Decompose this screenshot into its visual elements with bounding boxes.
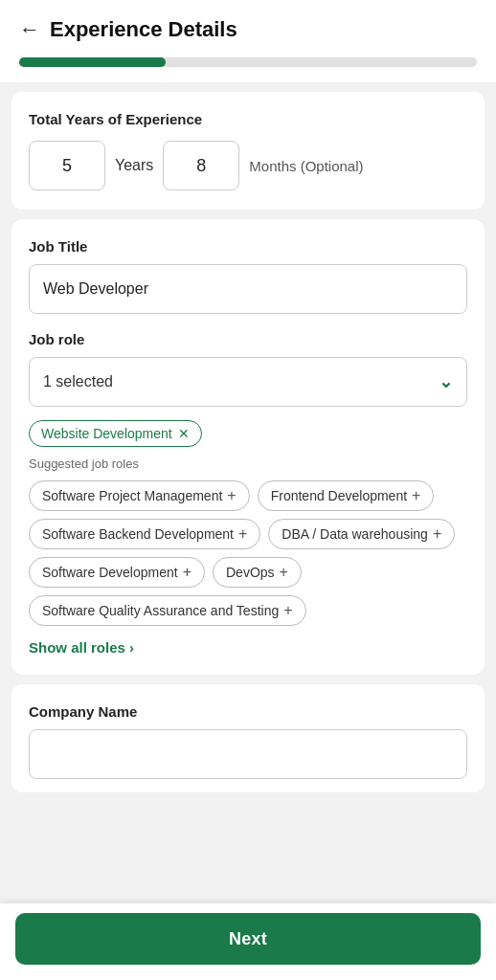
plus-icon: + <box>412 487 420 504</box>
suggestion-sqat-text: Software Quality Assurance and Testing <box>42 603 279 618</box>
job-title-input[interactable] <box>29 264 467 314</box>
progress-bar-fill <box>19 57 166 67</box>
bottom-bar: Next <box>0 903 496 980</box>
header: ← Experience Details <box>0 0 496 52</box>
years-input[interactable] <box>29 141 105 190</box>
suggested-label: Suggested job roles <box>29 457 467 471</box>
suggestion-sbd-text: Software Backend Development <box>42 526 234 542</box>
plus-icon: + <box>280 564 288 581</box>
suggestion-dba[interactable]: DBA / Data warehousing + <box>268 519 455 549</box>
selected-tag-text: Website Development <box>41 426 172 441</box>
suggestion-devops-text: DevOps <box>226 565 275 580</box>
page-title: Experience Details <box>50 17 237 42</box>
years-unit-label: Years <box>115 157 153 174</box>
suggestion-sqat[interactable]: Software Quality Assurance and Testing + <box>29 595 306 626</box>
suggestion-spm-text: Software Project Management <box>42 488 222 503</box>
company-card: Company Name <box>11 684 485 792</box>
plus-icon: + <box>283 602 292 619</box>
plus-icon: + <box>238 525 247 543</box>
suggestion-devops[interactable]: DevOps + <box>213 557 302 588</box>
plus-icon: + <box>183 564 192 581</box>
job-role-label: Job role <box>29 331 467 347</box>
plus-icon: + <box>227 487 236 504</box>
months-input[interactable] <box>163 141 239 190</box>
suggestion-sd-text: Software Development <box>42 565 178 580</box>
months-unit-label: Months (Optional) <box>249 158 363 174</box>
experience-card: Total Years of Experience Years Months (… <box>11 92 485 210</box>
progress-bar-container <box>0 52 496 82</box>
next-button[interactable]: Next <box>15 913 481 965</box>
suggestion-sbd[interactable]: Software Backend Development + <box>29 519 260 549</box>
chevron-down-icon: ⌄ <box>439 371 453 392</box>
years-row: Years Months (Optional) <box>29 141 467 190</box>
company-name-input[interactable] <box>29 729 467 779</box>
suggestion-dba-text: DBA / Data warehousing <box>282 526 428 542</box>
remove-tag-icon[interactable]: ✕ <box>178 426 190 441</box>
company-name-label: Company Name <box>29 703 467 720</box>
job-role-dropdown[interactable]: 1 selected ⌄ <box>29 357 467 407</box>
show-all-roles-text: Show all roles › <box>29 639 134 656</box>
selected-tags-area: Website Development ✕ <box>29 420 467 447</box>
job-title-label: Job Title <box>29 238 467 255</box>
plus-icon: + <box>433 525 441 543</box>
show-all-roles-link[interactable]: Show all roles › <box>29 639 467 656</box>
suggestion-fe[interactable]: Frontend Development + <box>258 480 435 511</box>
experience-section-label: Total Years of Experience <box>29 111 467 127</box>
back-button[interactable]: ← <box>19 17 40 42</box>
suggestions-area: Software Project Management + Frontend D… <box>29 480 467 626</box>
suggestion-sd[interactable]: Software Development + <box>29 557 205 588</box>
progress-bar-track <box>19 57 477 67</box>
suggestion-fe-text: Frontend Development <box>271 488 407 503</box>
selected-tag-website-development[interactable]: Website Development ✕ <box>29 420 202 447</box>
suggestion-spm[interactable]: Software Project Management + <box>29 480 250 511</box>
job-role-selected-text: 1 selected <box>43 373 113 390</box>
job-card: Job Title Job role 1 selected ⌄ Website … <box>11 219 485 675</box>
